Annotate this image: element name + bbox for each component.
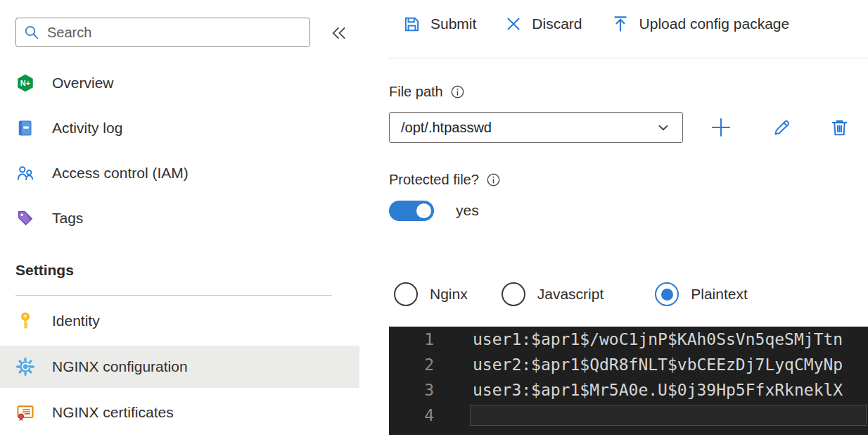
- config-code-editor[interactable]: 1 user1:$apr1$/woC1jnP$KAh0SsVn5qeSMjTtn…: [389, 327, 868, 435]
- line-text: user1:$apr1$/woC1jnP$KAh0SsVn5qeSMjTtn: [440, 330, 843, 348]
- sidebar-item-label: Tags: [52, 210, 83, 227]
- line-number: 3: [389, 381, 440, 399]
- editor-line[interactable]: 3 user3:$apr1$Mr5A0e.U$0j39Hp5FfxRkneklX: [389, 377, 868, 403]
- line-text: user3:$apr1$Mr5A0e.U$0j39Hp5FfxRkneklX: [440, 381, 843, 399]
- key-icon: [15, 311, 35, 331]
- collapse-sidebar-icon[interactable]: [329, 23, 349, 43]
- submit-button[interactable]: Submit: [402, 15, 476, 34]
- protected-file-label-row: Protected file?: [389, 172, 502, 188]
- radio-plaintext[interactable]: Plaintext: [655, 282, 748, 306]
- search-input[interactable]: [47, 25, 302, 41]
- editor-line-active[interactable]: 4: [389, 403, 868, 428]
- sidebar-item-label: NGINX certificates: [52, 404, 174, 421]
- search-box[interactable]: [15, 18, 310, 47]
- gear-icon: [15, 357, 35, 377]
- editor-line[interactable]: 2 user2:$apr1$QdR8fNLT$vbCEEzDj7LyqCMyNp: [389, 352, 868, 377]
- tags-icon: [15, 208, 35, 228]
- protected-file-label: Protected file?: [389, 172, 479, 188]
- line-number: 1: [389, 330, 440, 348]
- toolbar-divider: [389, 58, 868, 58]
- radio-javascript[interactable]: Javascript: [502, 282, 604, 306]
- sidebar-item-overview[interactable]: N+ Overview: [0, 62, 359, 104]
- upload-config-package-button[interactable]: Upload config package: [611, 14, 790, 34]
- delete-file-button[interactable]: [824, 112, 855, 143]
- search-icon: [23, 24, 40, 41]
- submit-label: Submit: [430, 15, 476, 32]
- save-icon: [402, 15, 421, 34]
- sidebar: N+ Overview Activity log: [0, 0, 380, 435]
- discard-label: Discard: [532, 15, 582, 32]
- line-number: 2: [389, 355, 440, 374]
- file-path-label-row: File path: [389, 84, 466, 100]
- radio-circle-icon: [394, 282, 418, 306]
- nginx-logo-icon: N+: [15, 73, 35, 93]
- radio-nginx[interactable]: Nginx: [394, 282, 468, 306]
- sidebar-item-label: NGINX configuration: [52, 358, 188, 375]
- close-icon: [504, 15, 523, 33]
- radio-circle-icon: [655, 282, 679, 306]
- file-path-dropdown[interactable]: /opt/.htpasswd: [389, 112, 683, 143]
- certificate-icon: [15, 403, 35, 422]
- edit-file-button[interactable]: [766, 112, 797, 143]
- editor-line[interactable]: 1 user1:$apr1$/woC1jnP$KAh0SsVn5qeSMjTtn: [389, 327, 868, 352]
- sidebar-item-label: Activity log: [52, 120, 122, 137]
- sidebar-item-nginx-certificates[interactable]: NGINX certificates: [0, 391, 359, 434]
- radio-label: Javascript: [537, 286, 604, 303]
- protected-file-toggle[interactable]: [389, 201, 434, 221]
- sidebar-item-tags[interactable]: Tags: [0, 197, 359, 239]
- info-icon[interactable]: [449, 84, 466, 100]
- upload-label: Upload config package: [639, 15, 790, 32]
- line-number: 4: [389, 406, 440, 424]
- sidebar-item-access-control[interactable]: Access control (IAM): [0, 152, 359, 194]
- command-toolbar: Submit Discard Upload co: [402, 14, 789, 34]
- format-radio-group: Nginx Javascript Plaintext: [394, 282, 748, 306]
- settings-section-title: Settings: [15, 262, 74, 279]
- radio-label: Plaintext: [691, 286, 748, 303]
- sidebar-item-label: Access control (IAM): [52, 165, 189, 182]
- add-file-button[interactable]: [706, 112, 736, 143]
- radio-circle-icon: [502, 282, 525, 306]
- file-path-label: File path: [389, 84, 443, 100]
- activity-log-icon: [15, 118, 35, 138]
- info-icon[interactable]: [485, 172, 502, 188]
- upload-icon: [611, 14, 630, 34]
- radio-label: Nginx: [430, 286, 468, 303]
- sidebar-item-label: Overview: [52, 75, 114, 92]
- toggle-value-label: yes: [456, 202, 479, 219]
- editor-active-line[interactable]: [470, 405, 867, 426]
- settings-divider: [15, 295, 332, 296]
- toggle-knob: [416, 203, 431, 218]
- line-text: user2:$apr1$QdR8fNLT$vbCEEzDj7LyqCMyNp: [440, 355, 843, 374]
- main-panel: Submit Discard Upload co: [389, 0, 868, 435]
- sidebar-item-nginx-configuration[interactable]: NGINX configuration: [0, 346, 359, 388]
- sidebar-item-identity[interactable]: Identity: [0, 300, 359, 342]
- nginx-configuration-page: N+ Overview Activity log: [0, 0, 868, 435]
- chevron-down-icon: [654, 118, 672, 137]
- sidebar-item-activity-log[interactable]: Activity log: [0, 107, 359, 149]
- svg-text:N+: N+: [20, 79, 30, 87]
- access-control-icon: [15, 163, 35, 183]
- discard-button[interactable]: Discard: [504, 15, 582, 33]
- sidebar-item-label: Identity: [52, 313, 100, 329]
- file-path-value: /opt/.htpasswd: [401, 120, 492, 136]
